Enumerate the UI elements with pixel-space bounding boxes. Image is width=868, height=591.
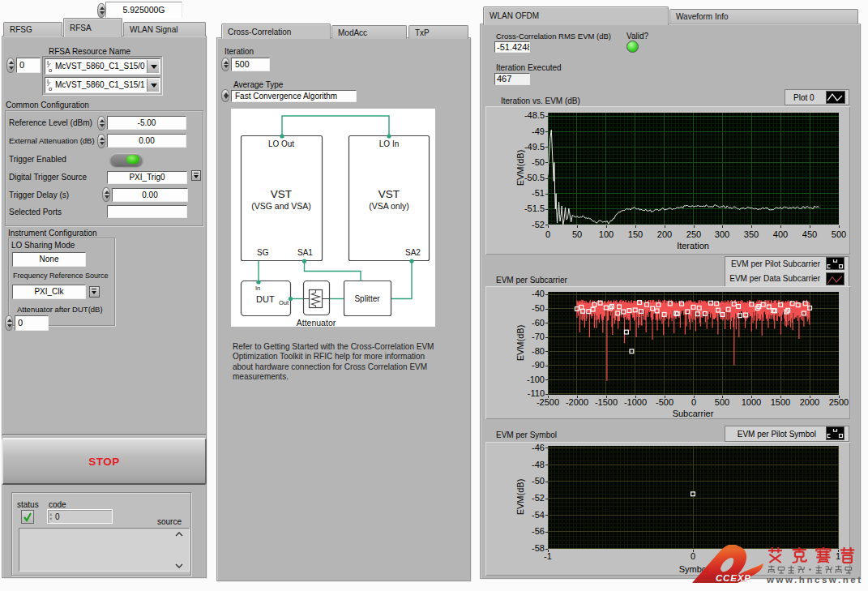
svg-text:VST: VST: [271, 188, 292, 200]
svg-text:(VSG and VSA): (VSG and VSA): [251, 201, 311, 211]
svg-text:CCEXP: CCEXP: [716, 573, 751, 583]
svg-text:SG: SG: [257, 248, 269, 257]
svg-text:LO Out: LO Out: [268, 139, 294, 148]
svg-text:LO In: LO In: [379, 139, 399, 148]
svg-text:Splitter: Splitter: [354, 294, 380, 303]
svg-text:www.hncsw.net: www.hncsw.net: [766, 575, 863, 585]
svg-text:DUT: DUT: [256, 294, 275, 304]
svg-text:Out: Out: [279, 299, 289, 306]
svg-text:VST: VST: [378, 188, 400, 200]
svg-text:Attenuator: Attenuator: [297, 318, 336, 327]
svg-text:SA2: SA2: [405, 248, 421, 257]
svg-text:(VSA only): (VSA only): [369, 201, 409, 211]
svg-text:SA1: SA1: [297, 248, 313, 257]
svg-text:In: In: [255, 285, 260, 292]
